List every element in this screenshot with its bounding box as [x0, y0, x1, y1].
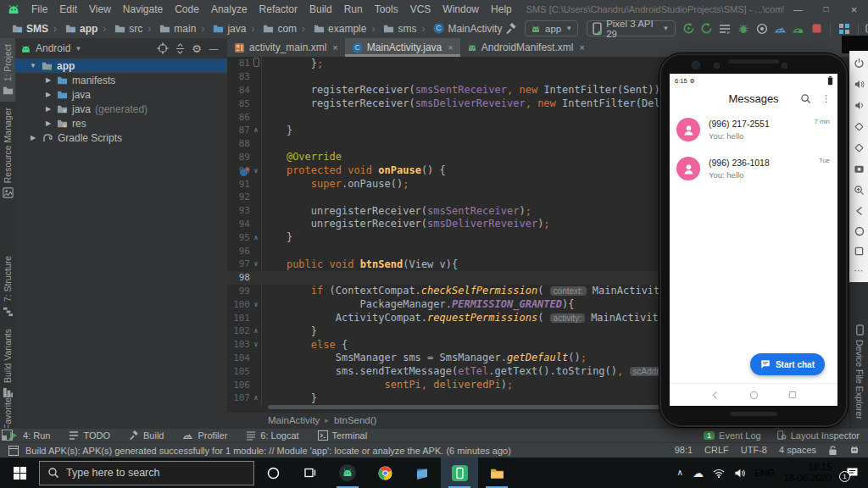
fold-marker[interactable] — [250, 58, 262, 69]
menu-refactor[interactable]: Refactor — [253, 3, 303, 15]
conversation-row[interactable]: (996) 236-1018You: helloTue — [670, 149, 837, 188]
conversation-row[interactable]: (996) 217-2551You: hello7 min — [670, 110, 837, 149]
inspections-icon[interactable] — [849, 445, 860, 455]
tab-activity_main.xml[interactable]: activity_main.xml× — [227, 38, 345, 57]
emulator-power-button[interactable] — [854, 58, 865, 69]
emulator-volume-down-button[interactable] — [854, 100, 865, 111]
override-gutter-icon[interactable] — [240, 169, 248, 176]
tab-androidmanifest.xml[interactable]: AndroidManifest.xml× — [460, 38, 592, 57]
breadcrumb-item-java[interactable]: java — [196, 23, 246, 35]
tab-mainactivity.java[interactable]: CMainActivity.java× — [345, 38, 460, 57]
close-icon[interactable]: × — [579, 42, 584, 53]
menu-help[interactable]: Help — [485, 3, 518, 15]
fold-marker[interactable]: ∨ — [250, 167, 262, 175]
toolwindow-layout-inspector[interactable]: Layout Inspector — [776, 430, 860, 441]
toolwindow-terminal[interactable]: Terminal — [318, 430, 368, 441]
chevron-up-button[interactable]: ∧ — [677, 469, 683, 477]
toolwindow-4-run[interactable]: 4: Run — [8, 430, 50, 441]
breadcrumb-mainactivity[interactable]: MainActivity — [268, 415, 320, 425]
nav-home-button[interactable] — [749, 391, 759, 400]
minimize-icon[interactable]: — — [784, 4, 812, 15]
caret-position[interactable]: 98:1 — [675, 445, 693, 455]
tree-item-res[interactable]: ▶res — [15, 116, 227, 130]
tree-collapsed-arrow-icon[interactable]: ▶ — [29, 134, 37, 141]
notification-center-icon[interactable]: 1 — [841, 467, 863, 480]
tool-window-switcher-icon[interactable] — [2, 430, 13, 441]
gear-button[interactable]: ⚙ — [188, 42, 205, 54]
taskbar-app-android-studio[interactable] — [329, 458, 366, 488]
sidebar-item-7-structure[interactable]: 7: Structure — [0, 250, 15, 323]
project-structure-button[interactable] — [835, 20, 854, 37]
task-view-button[interactable] — [292, 458, 329, 488]
speaker-button[interactable] — [734, 468, 745, 479]
fold-marker[interactable]: ∨ — [250, 341, 262, 348]
wifi-button[interactable] — [713, 469, 725, 478]
maximize-icon[interactable]: □ — [812, 4, 840, 15]
kebab-menu-icon[interactable]: ⋮ — [821, 94, 831, 103]
breadcrumb-item-app[interactable]: app — [48, 23, 97, 35]
menu-file[interactable]: File — [25, 3, 53, 15]
status-message[interactable]: Build APK(s): APK(s) generated successfu… — [25, 446, 511, 456]
coverage-button[interactable] — [753, 20, 771, 37]
language-indicator[interactable]: ENG — [754, 468, 775, 478]
build-button[interactable] — [502, 20, 520, 37]
hide-panel-button[interactable]: — — [205, 42, 222, 54]
nav-back-button[interactable] — [710, 391, 720, 400]
breadcrumb-item-src[interactable]: src — [97, 23, 142, 35]
emulator-rotate-right-button[interactable] — [854, 142, 865, 153]
sidebar-item-resource-manager[interactable]: Resource Manager — [0, 102, 15, 204]
taskbar-search[interactable]: Type here to search — [39, 461, 254, 485]
taskbar-app-file-explorer[interactable] — [478, 458, 515, 488]
breadcrumb-item-main[interactable]: main — [142, 23, 196, 35]
start-chat-button[interactable]: Start chat — [750, 353, 825, 375]
tree-item-manifests[interactable]: ▶manifests — [15, 73, 227, 87]
start-button[interactable] — [0, 458, 39, 488]
menu-navigate[interactable]: Navigate — [117, 3, 169, 15]
attach-profiler-button[interactable] — [789, 20, 808, 37]
tree-collapsed-arrow-icon[interactable]: ▶ — [44, 91, 53, 98]
avd-manager-button[interactable] — [863, 20, 868, 37]
stop-button[interactable] — [808, 20, 826, 37]
indent-setting[interactable]: 4 spaces — [779, 445, 816, 455]
breadcrumb-item-sms[interactable]: SMS — [12, 23, 48, 35]
breadcrumb-item-mainactivity[interactable]: CMainActivity — [416, 23, 502, 35]
tree-item-app[interactable]: ▼app — [15, 58, 227, 73]
emulator-screenshot-button[interactable] — [854, 164, 865, 175]
menu-vcs[interactable]: VCS — [404, 3, 437, 15]
locate-target-button[interactable] — [154, 42, 171, 54]
file-encoding[interactable]: UTF-8 — [741, 445, 767, 455]
nav-overview-button[interactable] — [788, 391, 797, 399]
menu-code[interactable]: Code — [169, 3, 205, 15]
menu-run[interactable]: Run — [338, 3, 369, 15]
emulator-overview-button[interactable] — [854, 247, 864, 256]
breadcrumb-item-example[interactable]: example — [297, 23, 366, 35]
tree-item-java[interactable]: ▶java — [15, 87, 227, 102]
menu-tools[interactable]: Tools — [369, 3, 404, 15]
run-configurations-button[interactable] — [716, 20, 735, 37]
tree-collapsed-arrow-icon[interactable]: ▶ — [44, 105, 53, 113]
fold-marker[interactable]: ∧ — [250, 394, 262, 402]
run-button[interactable] — [680, 20, 698, 37]
toolwindow-event-log[interactable]: 1Event Log — [704, 430, 761, 441]
menu-build[interactable]: Build — [303, 3, 338, 15]
menu-view[interactable]: View — [83, 3, 117, 15]
line-separator[interactable]: CRLF — [704, 445, 729, 455]
horizontal-scrollbar[interactable] — [268, 405, 666, 409]
tree-collapsed-arrow-icon[interactable]: ▶ — [44, 76, 53, 84]
tree-expanded-arrow-icon[interactable]: ▼ — [29, 62, 37, 69]
menu-analyze[interactable]: Analyze — [205, 3, 253, 15]
device-selector[interactable]: Pixel 3 API 29▼ — [587, 20, 675, 36]
project-view-selector[interactable]: Android — [36, 42, 70, 54]
debug-button[interactable] — [734, 20, 753, 37]
fold-marker[interactable]: ∧ — [250, 126, 262, 134]
emulator-volume-up-button[interactable] — [854, 79, 865, 90]
toolwindow-profiler[interactable]: Profiler — [182, 430, 227, 441]
close-icon[interactable]: × — [448, 42, 453, 53]
close-icon[interactable]: × — [332, 42, 337, 53]
taskbar-app-blue-app[interactable] — [403, 458, 441, 488]
apply-changes-button[interactable] — [698, 20, 716, 37]
breadcrumb-item-com[interactable]: com — [246, 23, 297, 35]
sidebar-item-1-project[interactable]: 1: Project — [0, 38, 15, 102]
cloud-button[interactable]: ☁ — [693, 468, 704, 479]
breadcrumb-btnsend-[interactable]: btnSend() — [334, 415, 377, 425]
